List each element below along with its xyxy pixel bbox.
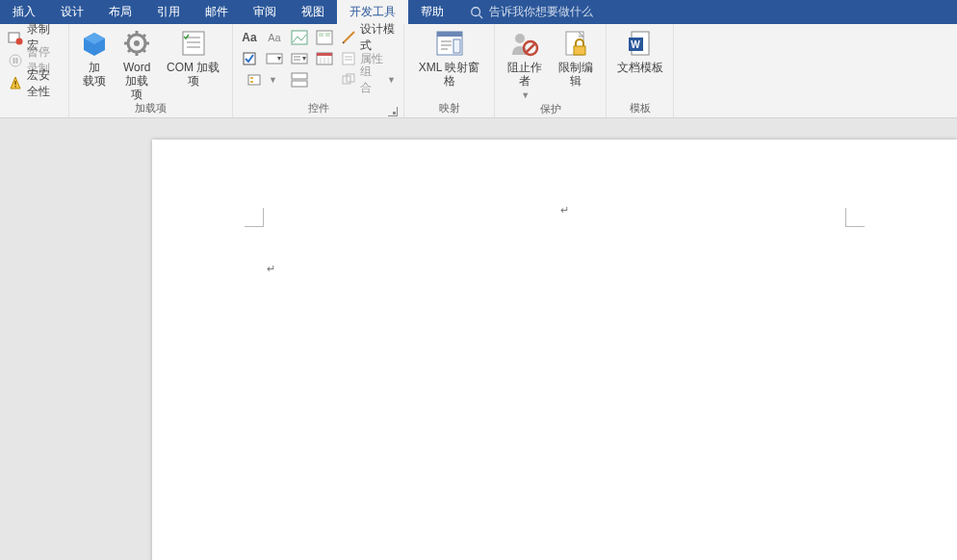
combobox-control-icon[interactable]: [265, 50, 284, 67]
svg-rect-45: [343, 53, 354, 64]
controls-gallery: Aa Aa ▼: [237, 26, 337, 91]
svg-line-58: [526, 43, 535, 53]
datepicker-control-icon[interactable]: [315, 50, 334, 67]
checklist-icon: [178, 28, 209, 59]
tab-view[interactable]: 视图: [289, 0, 337, 24]
gear-icon: [121, 28, 152, 59]
group-icon: [341, 72, 356, 88]
svg-point-0: [472, 7, 480, 15]
pause-icon: [8, 53, 23, 68]
search-icon: [470, 6, 483, 19]
group-template-label: 模板: [610, 101, 669, 117]
svg-point-11: [134, 40, 140, 46]
com-addins-button[interactable]: COM 加载项: [158, 26, 228, 88]
design-mode-icon: [341, 30, 356, 45]
group-code: 录制宏 暂停录制 宏安全性: [0, 24, 69, 117]
xml-pane-icon: [434, 28, 465, 59]
group-protect: 阻止作者▼ 限制编辑 保护: [495, 24, 607, 117]
svg-rect-40: [248, 75, 260, 85]
richtext-control-icon[interactable]: Aa: [240, 29, 259, 46]
svg-rect-27: [325, 33, 330, 37]
lock-doc-icon: [560, 28, 591, 59]
addins-icon: [79, 28, 110, 59]
buildingblock-control-icon[interactable]: [315, 29, 334, 46]
svg-rect-44: [292, 81, 307, 87]
group-template: W 文档模板 模板: [607, 24, 674, 117]
margin-guide: [845, 226, 865, 227]
tell-me-placeholder: 告诉我你想要做什么: [489, 4, 593, 20]
block-authors-icon: [509, 28, 540, 59]
shield-warn-icon: [8, 76, 23, 91]
svg-rect-51: [437, 32, 462, 37]
repeating-control-icon[interactable]: [290, 71, 309, 89]
svg-line-19: [128, 49, 131, 52]
group-mapping: XML 映射窗格 映射: [404, 24, 495, 117]
svg-rect-42: [250, 81, 253, 83]
word-template-icon: W: [625, 28, 656, 59]
document-page[interactable]: ↵ ↵: [152, 140, 957, 560]
svg-rect-20: [183, 32, 204, 55]
svg-rect-5: [13, 58, 15, 64]
properties-icon: [341, 51, 356, 66]
dialog-launcher-icon[interactable]: [388, 107, 398, 116]
svg-rect-36: [317, 53, 332, 56]
block-authors-button[interactable]: 阻止作者▼: [499, 26, 551, 102]
ribbon-tabs: 插入 设计 布局 引用 邮件 审阅 视图 开发工具 帮助 告诉我你想要做什么: [0, 0, 957, 24]
svg-point-4: [10, 55, 21, 66]
margin-guide: [845, 208, 846, 227]
svg-point-3: [16, 38, 23, 45]
chevron-down-icon: ▼: [387, 75, 396, 85]
svg-rect-60: [574, 46, 585, 55]
svg-line-1: [479, 14, 483, 18]
svg-rect-9: [14, 86, 15, 88]
svg-rect-6: [16, 58, 18, 64]
svg-line-18: [142, 35, 145, 38]
design-mode-button[interactable]: 设计模式: [341, 28, 396, 47]
document-workspace[interactable]: ↵ ↵: [0, 118, 957, 560]
tab-references[interactable]: 引用: [144, 0, 193, 24]
word-addins-button[interactable]: Word加载项: [116, 26, 158, 101]
header-paragraph-mark: ↵: [560, 204, 569, 216]
dropdown-control-icon[interactable]: [290, 50, 309, 67]
margin-guide: [245, 226, 264, 227]
tell-me-search[interactable]: 告诉我你想要做什么: [470, 4, 593, 20]
tab-layout[interactable]: 布局: [96, 0, 144, 24]
tab-review[interactable]: 审阅: [241, 0, 289, 24]
group-addins: 加载项 Word加载项 COM 加载项 加载项: [69, 24, 233, 117]
svg-rect-43: [292, 73, 307, 79]
svg-rect-55: [453, 39, 460, 53]
tab-mail[interactable]: 邮件: [193, 0, 241, 24]
record-macro-icon: [8, 30, 23, 45]
group-controls-label: 控件: [237, 101, 400, 117]
svg-line-17: [142, 49, 145, 52]
paragraph-mark: ↵: [267, 263, 275, 275]
restrict-editing-button[interactable]: 限制编辑: [551, 26, 603, 88]
group-mapping-label: 映射: [408, 101, 490, 117]
picture-control-icon[interactable]: [290, 29, 309, 46]
checkbox-control-icon[interactable]: [240, 50, 259, 67]
svg-point-56: [515, 34, 525, 43]
group-controls: Aa Aa ▼ 设计模式: [233, 24, 404, 117]
chevron-down-icon[interactable]: ▼: [269, 75, 277, 85]
plaintext-control-icon[interactable]: Aa: [265, 29, 284, 46]
svg-line-16: [128, 35, 131, 38]
margin-guide: [263, 208, 264, 227]
group-code-label: [4, 101, 65, 117]
group-toggle-button: 组合 ▼: [341, 70, 396, 89]
xml-mapping-button[interactable]: XML 映射窗格: [408, 26, 490, 88]
ribbon: 录制宏 暂停录制 宏安全性: [0, 24, 957, 118]
svg-text:W: W: [631, 39, 640, 50]
addins-button[interactable]: 加载项: [73, 26, 116, 88]
svg-rect-24: [292, 31, 307, 44]
svg-rect-41: [250, 77, 253, 79]
svg-rect-8: [14, 81, 15, 85]
chevron-down-icon: ▼: [521, 90, 530, 100]
document-template-button[interactable]: W 文档模板: [611, 26, 669, 74]
tab-help[interactable]: 帮助: [408, 0, 456, 24]
legacy-tools-icon[interactable]: [246, 71, 266, 89]
group-addins-label: 加载项: [73, 101, 228, 117]
svg-rect-26: [319, 33, 323, 37]
group-protect-label: 保护: [499, 102, 602, 117]
macro-security-button[interactable]: 宏安全性: [6, 74, 63, 93]
